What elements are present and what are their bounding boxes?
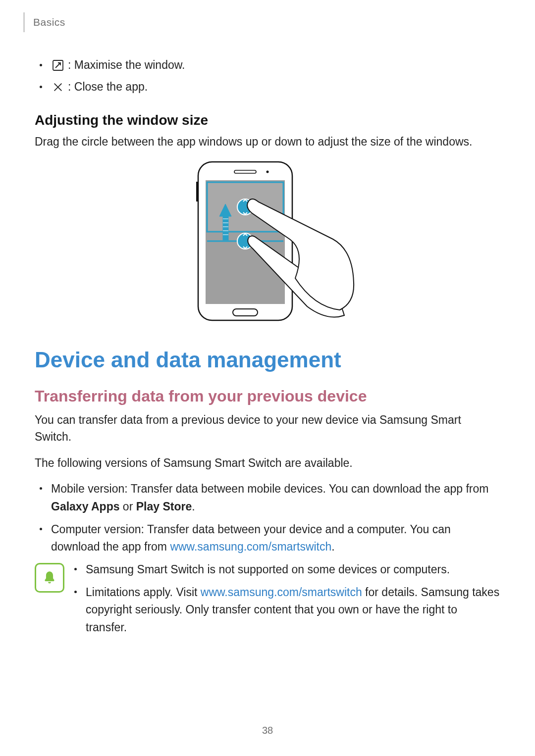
illustration-split-window-drag [35, 159, 500, 323]
versions-list: Mobile version: Transfer data between mo… [40, 480, 500, 556]
bullet [74, 591, 77, 593]
list-item: Limitations apply. Visit www.samsung.com… [74, 584, 500, 637]
icon-action-text: : Close the app. [68, 76, 148, 98]
list-item: Mobile version: Transfer data between mo… [40, 480, 500, 515]
note-icon [35, 563, 64, 593]
list-item-text: Samsung Smart Switch is not supported on… [86, 561, 450, 579]
close-icon [51, 80, 65, 94]
text-fragment: or [119, 500, 136, 513]
subheading-adjust-window: Adjusting the window size [35, 112, 500, 128]
icon-action-text: : Maximise the window. [68, 54, 185, 76]
text-fragment: . [331, 540, 334, 553]
svg-rect-5 [196, 182, 198, 202]
list-item-text: Limitations apply. Visit www.samsung.com… [86, 584, 500, 637]
list-item: : Maximise the window. [40, 54, 500, 76]
bullet [74, 568, 77, 570]
page-header: Basics [0, 12, 65, 32]
subsection-heading: Transferring data from your previous dev… [35, 387, 500, 405]
bullet [40, 86, 42, 88]
body-text: The following versions of Samsung Smart … [35, 454, 500, 472]
icon-action-list: : Maximise the window. : Close the app. [40, 54, 500, 98]
bullet [40, 528, 42, 530]
body-text: You can transfer data from a previous de… [35, 411, 500, 446]
link-smartswitch[interactable]: www.samsung.com/smartswitch [201, 586, 362, 599]
note-list: Samsung Smart Switch is not supported on… [74, 561, 500, 642]
maximise-icon [51, 58, 65, 72]
list-item: Computer version: Transfer data between … [40, 521, 500, 556]
text-fragment: Mobile version: Transfer data between mo… [51, 482, 488, 495]
text-fragment: . [192, 500, 195, 513]
body-text: Drag the circle between the app windows … [35, 133, 500, 151]
svg-point-7 [267, 170, 269, 173]
section-heading: Device and data management [35, 348, 500, 372]
list-item-text: Computer version: Transfer data between … [51, 521, 500, 556]
page-content: : Maximise the window. : Close the app. … [0, 0, 535, 642]
svg-line-1 [55, 63, 60, 68]
bullet [40, 64, 42, 66]
list-item-text: Mobile version: Transfer data between mo… [51, 480, 500, 515]
text-fragment: Limitations apply. Visit [86, 586, 201, 599]
bullet [40, 487, 42, 490]
list-item: Samsung Smart Switch is not supported on… [74, 561, 500, 579]
header-tick [24, 12, 24, 32]
text-bold: Play Store [136, 500, 192, 513]
note-block: Samsung Smart Switch is not supported on… [35, 561, 500, 642]
link-smartswitch[interactable]: www.samsung.com/smartswitch [170, 540, 331, 553]
header-breadcrumb: Basics [33, 16, 65, 28]
page-number: 38 [0, 725, 535, 736]
text-bold: Galaxy Apps [51, 500, 119, 513]
list-item: : Close the app. [40, 76, 500, 98]
